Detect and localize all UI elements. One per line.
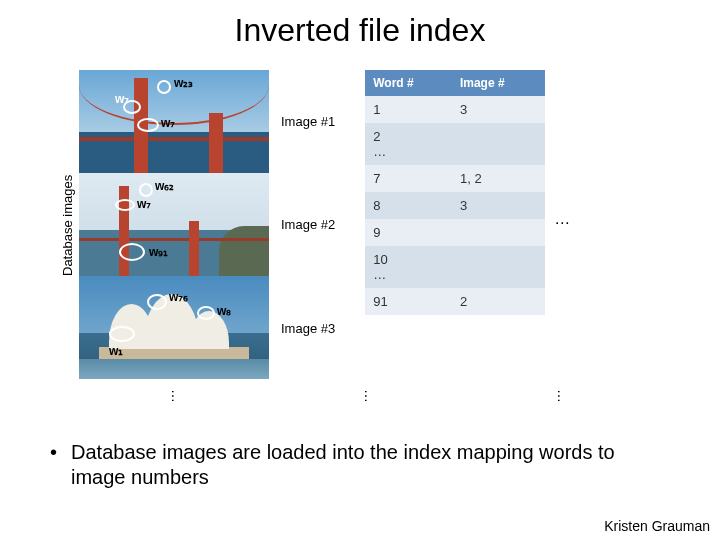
table-header-word: Word # xyxy=(365,70,452,96)
bullet-text: Database images are loaded into the inde… xyxy=(71,440,670,490)
image-caption: Image #1 xyxy=(281,70,335,173)
feature-label: w₇ xyxy=(115,92,129,106)
table-side-ellipsis: … xyxy=(554,210,570,228)
image-caption: Image #2 xyxy=(281,173,335,276)
credit-line: Kristen Grauman xyxy=(604,518,710,534)
feature-label: w₂₃ xyxy=(174,76,193,90)
feature-label: w₆₂ xyxy=(155,179,174,193)
table-row: 71, 2 xyxy=(365,165,545,192)
database-images-column: w₂₃ w₇ w₇ w₆₂ w₇ w₉₁ w₇ xyxy=(79,70,269,379)
bullet-icon: • xyxy=(50,440,57,490)
index-table-wrap: Word # Image # 13 2 … 71, 2 83 9 10 … 91… xyxy=(365,70,545,315)
table-row: 13 xyxy=(365,96,545,123)
database-image-1: w₂₃ w₇ w₇ xyxy=(79,70,269,173)
image-caption: Image #3 xyxy=(281,277,335,380)
feature-label: w₇ xyxy=(137,197,151,211)
feature-label: w₇₆ xyxy=(169,290,188,304)
table-row: 2 … xyxy=(365,123,545,165)
feature-label: w₉₁ xyxy=(149,245,168,259)
feature-label: w₁ xyxy=(109,344,123,358)
y-axis-label: Database images xyxy=(60,70,75,380)
table-row: 10 … xyxy=(365,246,545,288)
vertical-dots-row: ……… xyxy=(170,388,570,404)
table-row: 9 xyxy=(365,219,545,246)
database-image-3: w₇₆ w₈ w₁ xyxy=(79,276,269,379)
feature-label: w₈ xyxy=(217,304,231,318)
table-row: 83 xyxy=(365,192,545,219)
table-row: 912 xyxy=(365,288,545,315)
database-image-2: w₆₂ w₇ w₉₁ xyxy=(79,173,269,276)
content-area: Database images w₂₃ w₇ w₇ w₆₂ w₇ xyxy=(60,70,680,380)
image-captions: Image #1 Image #2 Image #3 xyxy=(281,70,335,380)
table-header-image: Image # xyxy=(452,70,545,96)
feature-label: w₇ xyxy=(161,116,175,130)
bullet-point: • Database images are loaded into the in… xyxy=(50,440,670,490)
inverted-index-table: Word # Image # 13 2 … 71, 2 83 9 10 … 91… xyxy=(365,70,545,315)
slide-title: Inverted file index xyxy=(0,0,720,49)
